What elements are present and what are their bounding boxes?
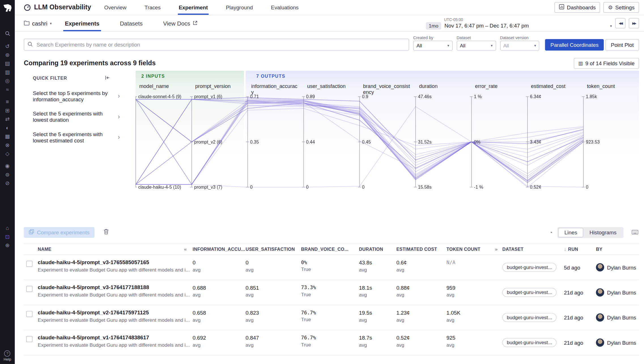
time-forward-button[interactable]: ▶▶ — [629, 18, 639, 28]
current-app-icon[interactable]: ⊡ — [4, 233, 11, 240]
network-icon[interactable]: ⊗ — [4, 142, 11, 148]
collapse-columns-icon[interactable]: « — [184, 246, 187, 252]
search-icon[interactable] — [4, 31, 11, 37]
metric-value: 73.3% — [301, 280, 357, 290]
tab-experiments[interactable]: Experiments — [63, 15, 101, 31]
nav-evaluations[interactable]: Evaluations — [270, 0, 299, 15]
chevron-down-icon: ▾ — [491, 44, 493, 48]
tab-datasets[interactable]: Datasets — [118, 15, 144, 31]
expand-columns-icon[interactable]: » — [495, 246, 498, 252]
metric-aggregation: avg — [246, 267, 299, 273]
compare-experiments-button[interactable]: Compare experiments — [24, 227, 94, 238]
dataset-version-select[interactable]: All ▾ — [500, 41, 539, 51]
llm-observability-icon[interactable]: ⊚ — [4, 171, 11, 178]
table-row[interactable]: claude-haiku-4-5/prompt_v2-1764175971125… — [24, 305, 639, 330]
parallel-coordinates-svg[interactable]: claude-sonnet-4-5 (9)claude-haiku-4-5 (1… — [135, 71, 644, 206]
view-docs-link[interactable]: View Docs — [161, 15, 199, 31]
metric-aggregation: avg — [396, 342, 444, 348]
dataset-version-value: All — [503, 43, 509, 49]
dataset-pill[interactable]: budget-guru-invest... — [502, 263, 556, 272]
organization-icon[interactable]: ⌂ — [4, 225, 11, 231]
experiment-name[interactable]: claude-haiku-4-5/prompt_v1-1764174838617 — [38, 330, 190, 340]
header-token-count[interactable]: TOKEN COUNT — [444, 247, 492, 251]
experiment-name[interactable]: claude-haiku-4-5/prompt_v3-1765585057165 — [38, 255, 190, 265]
experiment-description: Experiment to evaluate Budget Guru app w… — [38, 292, 190, 298]
histograms-toggle[interactable]: Histograms — [583, 228, 623, 237]
header-run[interactable]: RUN — [568, 247, 578, 251]
datadog-logo-icon[interactable] — [2, 3, 13, 14]
service-management-icon[interactable]: ⊞ — [4, 107, 11, 113]
table-row[interactable]: claude-haiku-4-5/prompt_v1-1764174838617… — [24, 330, 639, 355]
quick-filter-lowest-cost[interactable]: Select the 5 experiments with lowest est… — [33, 131, 120, 143]
metrics-icon[interactable]: ≈ — [4, 86, 11, 92]
marketplace-icon[interactable]: ⊕ — [4, 242, 11, 249]
top-bar: LLM Observability Overview Traces Experi… — [15, 0, 644, 15]
dashboards-icon[interactable]: ▤ — [4, 60, 11, 67]
header-user-satisfaction[interactable]: USER_SATISFACTION — [243, 247, 299, 251]
settings-button[interactable]: ⚙ Settings — [603, 2, 639, 13]
parallel-coordinates-button[interactable]: Parallel Coordinates — [545, 39, 604, 51]
folder-icon — [24, 20, 29, 26]
sort-icon[interactable]: ↓ — [564, 246, 566, 252]
watchdog-icon[interactable]: ◎ — [4, 78, 11, 84]
bits-ai-icon[interactable]: ⊛ — [4, 52, 11, 58]
security-icon[interactable]: ◇ — [4, 151, 11, 157]
digital-experience-icon[interactable]: ◉ — [4, 163, 11, 169]
experiment-name[interactable]: claude-haiku-4-5/prompt_v3-1764177188188 — [38, 280, 190, 290]
table-row[interactable]: claude-haiku-4-5/prompt_v3-1765585057165… — [24, 255, 639, 280]
header-duration[interactable]: DURATION — [356, 247, 394, 251]
apm-icon[interactable]: ◐ — [4, 125, 11, 131]
fields-visible-button[interactable]: ▥ 9 of 14 Fields Visible — [574, 58, 639, 69]
nav-overview[interactable]: Overview — [103, 0, 127, 15]
notebooks-icon[interactable]: ▥ — [4, 69, 11, 75]
quick-filter-top5-accuracy[interactable]: Select the top 5 experiments by informat… — [33, 90, 120, 102]
author-name: Dylan Burns — [607, 289, 636, 296]
software-delivery-icon[interactable]: ⇄ — [4, 116, 11, 122]
recent-icon[interactable]: ↺ — [4, 43, 11, 49]
experiment-name[interactable]: claude-haiku-4-5/prompt_v2-1764175971125 — [38, 305, 190, 315]
nav-traces[interactable]: Traces — [144, 0, 161, 15]
header-information-accuracy[interactable]: INFORMATION_ACCU... — [190, 247, 243, 251]
row-checkbox[interactable] — [26, 261, 33, 267]
header-by[interactable]: BY — [594, 247, 639, 251]
avatar — [596, 288, 604, 296]
time-back-button[interactable]: ◀◀ — [615, 18, 626, 28]
time-range-picker[interactable]: 1mo Nov 17, 6:47 pm – Dec 17, 6:47 pm ▾ — [426, 22, 612, 30]
timezone-label: UTC-05:00 — [444, 17, 612, 22]
header-dataset[interactable]: DATASET — [500, 247, 561, 251]
quick-filter-lowest-duration[interactable]: Select the 5 experiments with lowest dur… — [33, 111, 120, 123]
dashboards-button[interactable]: Dashboards — [554, 2, 600, 13]
table-row[interactable]: claude-haiku-4-5/prompt_v3-1764177188188… — [24, 280, 639, 305]
events-icon[interactable]: ≡ — [4, 99, 11, 105]
header-brand-voice[interactable]: BRAND_VOICE_CO... — [299, 247, 356, 251]
help-button[interactable]: ? Help — [4, 350, 11, 361]
row-checkbox[interactable] — [26, 286, 33, 292]
parallel-coordinates-chart[interactable]: 2 INPUTS 7 OUTPUTS model_nameprompt_vers… — [135, 71, 644, 211]
trash-icon[interactable] — [103, 229, 109, 236]
header-estimated-cost[interactable]: ESTIMATED COST — [394, 247, 444, 251]
run-time: 21d ago — [562, 330, 594, 355]
color-options-icon[interactable]: ◔ — [549, 229, 552, 235]
project-switcher[interactable]: cashri ▾ — [24, 15, 52, 31]
collapse-panel-icon[interactable] — [105, 74, 110, 82]
author-name: Dylan Burns — [607, 340, 636, 346]
point-plot-button[interactable]: Point Plot — [605, 39, 639, 51]
row-checkbox[interactable] — [26, 311, 33, 317]
metric-aggregation: avg — [359, 342, 394, 348]
svg-text:prompt_v2 (6): prompt_v2 (6) — [194, 140, 222, 145]
infrastructure-icon[interactable]: ▦ — [4, 133, 11, 140]
created-by-select[interactable]: All ▾ — [413, 41, 452, 51]
dataset-select[interactable]: All ▾ — [457, 41, 496, 51]
row-checkbox[interactable] — [26, 336, 33, 342]
experiment-description: Experiment to evaluate Budget Guru app w… — [38, 317, 190, 323]
keyboard-shortcuts-icon[interactable] — [632, 229, 638, 236]
nav-playground[interactable]: Playground — [225, 0, 254, 15]
dataset-pill[interactable]: budget-guru-invest... — [502, 338, 556, 347]
error-tracking-icon[interactable]: ⊘ — [4, 180, 11, 186]
search-input[interactable] — [36, 41, 405, 48]
page-title: LLM Observability — [34, 4, 91, 11]
dataset-pill[interactable]: budget-guru-invest... — [502, 313, 556, 322]
nav-experiment[interactable]: Experiment — [178, 0, 209, 15]
lines-toggle[interactable]: Lines — [558, 228, 583, 237]
dataset-pill[interactable]: budget-guru-invest... — [502, 288, 556, 297]
